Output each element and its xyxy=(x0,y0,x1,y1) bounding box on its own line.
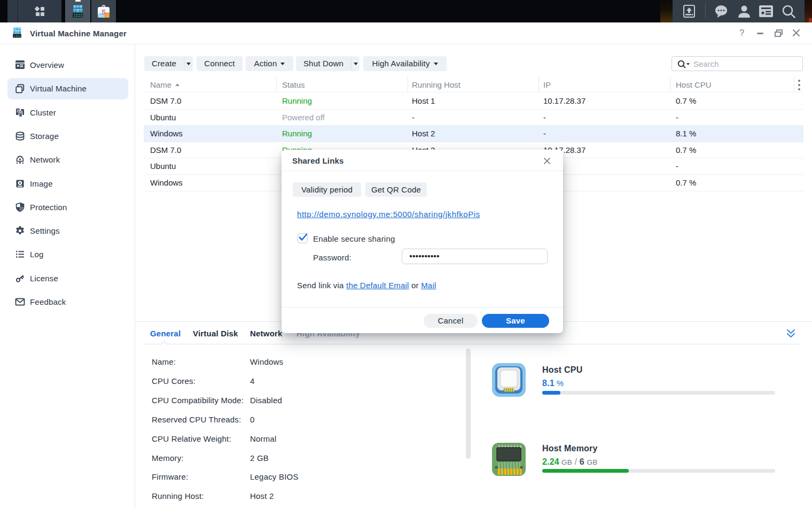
svg-text:S: S xyxy=(102,9,106,16)
